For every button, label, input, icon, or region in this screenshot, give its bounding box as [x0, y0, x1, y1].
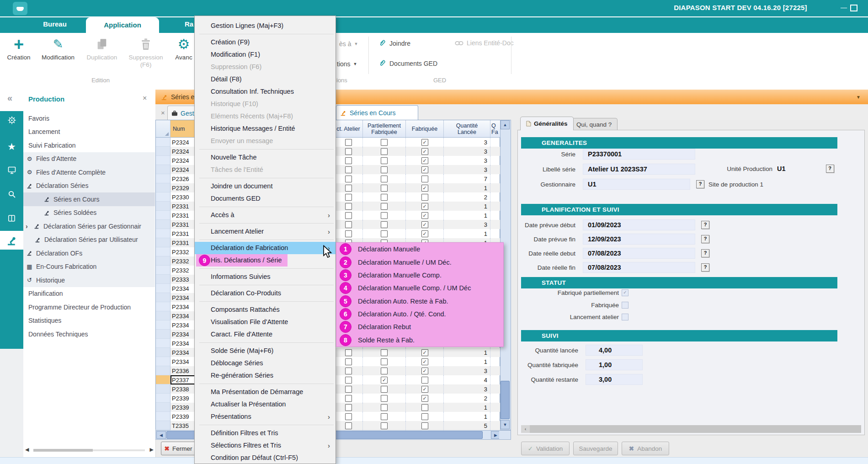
statut-checkbox[interactable]	[622, 302, 628, 309]
checkbox-fabriquee[interactable]: ✓	[421, 221, 428, 228]
checkbox-fabriquee[interactable]: ✓	[421, 166, 428, 173]
checkbox-partiellement[interactable]	[381, 203, 388, 210]
checkbox-fabriquee[interactable]: ✓	[421, 148, 428, 155]
cell-num[interactable]: P2337	[170, 375, 197, 384]
sidebar-scrollbar[interactable]: ◀ ▶	[23, 446, 155, 454]
sidebar-item[interactable]: Statistiques	[23, 314, 155, 328]
menu-item[interactable]: Déblocage Séries	[195, 357, 335, 369]
actions-dropdown[interactable]: tions▼	[337, 60, 357, 68]
cell-num[interactable]: P2331	[170, 202, 197, 211]
checkbox-fabriquee[interactable]: ✓	[421, 203, 428, 210]
submenu-item[interactable]: 1Déclaration Manuelle	[336, 243, 503, 256]
row-selector[interactable]	[156, 375, 170, 384]
expand-chevron-icon[interactable]: ›	[26, 223, 33, 230]
checkbox-partiellement[interactable]	[381, 413, 388, 420]
submenu-item[interactable]: 5Déclaration Auto. Reste à Fab.	[336, 295, 503, 308]
row-selector[interactable]	[156, 421, 170, 430]
checkbox-atelier[interactable]	[345, 148, 352, 155]
cell-num[interactable]: P2331	[170, 238, 197, 247]
menu-item[interactable]: Documents GED	[195, 192, 335, 205]
menu-item[interactable]: Nouvelle Tâche	[195, 151, 335, 164]
row-selector[interactable]	[156, 412, 170, 421]
column-header-clipped[interactable]: QFa	[490, 120, 501, 138]
sidebar-close-button[interactable]: ×	[143, 94, 147, 102]
modules-wheel-icon[interactable]	[0, 116, 23, 126]
menu-item[interactable]: Déclaration de Fabrication›	[195, 242, 335, 254]
maximize-button[interactable]	[850, 5, 857, 11]
checkbox-atelier[interactable]	[345, 194, 352, 201]
scroll-down-button[interactable]: ▼	[501, 420, 510, 429]
cell-num[interactable]: P2334	[170, 330, 197, 339]
checkbox-partiellement[interactable]	[381, 358, 388, 365]
menu-item[interactable]: Caract. File d'Attente	[195, 328, 335, 341]
checkbox-fabriquee[interactable]: ✓	[421, 139, 428, 146]
column-header-atelier[interactable]: ct. Atelier	[334, 120, 363, 138]
help-button[interactable]: ?	[701, 221, 709, 229]
scroll-left-icon[interactable]: ◀	[25, 447, 29, 453]
sidebar-item[interactable]: ›Déclaration Séries par Gestionnair	[23, 219, 155, 233]
cell-num[interactable]: P2329	[170, 183, 197, 192]
checkbox-partiellement[interactable]	[381, 148, 388, 155]
column-header-fabriquee[interactable]: Fabriquée	[406, 120, 444, 138]
submenu-item[interactable]: 6Déclaration Auto. / Qté. Cond.	[336, 308, 503, 320]
cell-num[interactable]: P2334	[170, 311, 197, 320]
select-all-header[interactable]	[156, 120, 170, 138]
checkbox-partiellement[interactable]	[381, 166, 388, 173]
menu-item[interactable]: Solde Série (Maj+F6)	[195, 345, 335, 357]
menu-item[interactable]: Gestion Lignes (Maj+F3)	[195, 20, 335, 32]
checkbox-atelier[interactable]	[345, 368, 352, 374]
sidebar-item[interactable]: Programme Directeur de Production	[23, 300, 155, 314]
sidebar-item[interactable]: Lancement	[23, 125, 155, 139]
cell-num[interactable]: P2334	[170, 302, 197, 311]
fermer-button[interactable]: ✖ Fermer	[161, 442, 196, 455]
checkbox-partiellement[interactable]	[381, 395, 388, 402]
menu-item[interactable]: Détail (F8)	[195, 73, 335, 85]
menu-item[interactable]: Informations Suivies	[195, 271, 335, 283]
minimize-button[interactable]: —	[838, 4, 849, 11]
row-selector[interactable]	[156, 256, 170, 266]
checkbox-atelier[interactable]	[345, 395, 352, 402]
panel-scroll-left-button[interactable]: ‹	[521, 425, 530, 433]
sidebar-item[interactable]: ⚙Files d'Attente	[23, 152, 155, 166]
menu-item[interactable]: Ma Présentation de Démarrage	[195, 386, 335, 398]
submenu-item[interactable]: 2Déclaration Manuelle / UM Déc.	[336, 256, 503, 269]
cell-num[interactable]: P2326	[170, 174, 197, 183]
row-selector[interactable]	[156, 357, 170, 366]
cell-num[interactable]: P2331	[170, 211, 197, 220]
cell-num[interactable]: P2334	[170, 284, 197, 293]
menu-item[interactable]: Sélections Filtres et Tris›	[195, 439, 335, 452]
row-selector[interactable]	[156, 330, 170, 339]
tab-bureau[interactable]: Bureau	[27, 20, 83, 28]
cell-num[interactable]: P2332	[170, 256, 197, 266]
row-selector[interactable]	[156, 384, 170, 394]
checkbox-atelier[interactable]	[345, 230, 352, 237]
columns-icon[interactable]	[0, 214, 23, 224]
row-selector[interactable]	[156, 238, 170, 247]
checkbox-fabriquee[interactable]: ✓	[421, 358, 428, 365]
vertical-scrollbar-thumb[interactable]	[501, 381, 510, 419]
date-field[interactable]: 07/08/2023	[583, 262, 695, 273]
cell-num[interactable]: P2332	[170, 247, 197, 256]
submenu-item[interactable]: 8Solde Reste à Fab.	[336, 334, 503, 347]
documents-ged-button[interactable]: Documents GED	[378, 59, 437, 67]
row-selector[interactable]	[156, 293, 170, 302]
sidebar-item[interactable]: Séries en Cours	[23, 192, 155, 206]
checkbox-partiellement[interactable]	[381, 404, 388, 411]
checkbox-fabriquee[interactable]	[421, 422, 428, 429]
checkbox-atelier[interactable]	[345, 212, 352, 219]
menu-item[interactable]: Déclaration Co-Produits	[195, 287, 335, 299]
cell-num[interactable]: P2339	[170, 394, 197, 403]
serie-field[interactable]: P23370001	[583, 149, 695, 160]
checkbox-fabriquee[interactable]: ✓	[421, 386, 428, 393]
sidebar-item[interactable]: Données Techniques	[23, 327, 155, 341]
checkbox-partiellement[interactable]	[381, 349, 388, 356]
sauvegarde-button[interactable]: Sauvegarde	[573, 442, 618, 455]
cell-num[interactable]: P2336	[170, 366, 197, 375]
row-selector[interactable]	[156, 394, 170, 403]
checkbox-atelier[interactable]	[345, 176, 352, 182]
sidebar-item[interactable]: ▦En-Cours Fabrication	[23, 260, 155, 274]
row-selector[interactable]	[156, 138, 170, 147]
cell-num[interactable]: P2324	[170, 147, 197, 156]
checkbox-atelier[interactable]	[345, 185, 352, 192]
column-header-quantite[interactable]: QuantitéLancée	[444, 120, 490, 138]
